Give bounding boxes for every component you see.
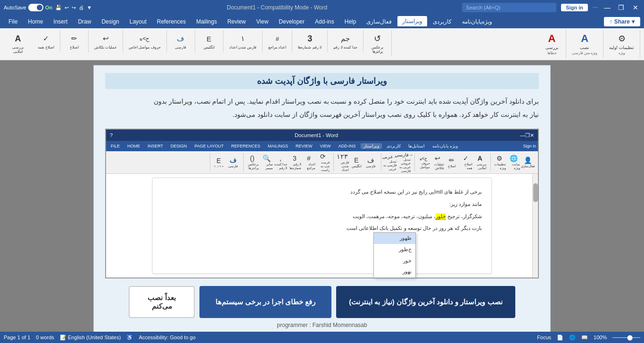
menu-virasstar[interactable]: ویراستار (397, 16, 427, 27)
inner-tab-karbardi[interactable]: کاربردی (384, 143, 404, 149)
menu-design[interactable]: Design (97, 16, 124, 27)
inner-btn-faalaz[interactable]: 👤 فعال‌سازی (521, 154, 534, 171)
ribbon-btn-farsi-num[interactable]: ١ فارس شدن اعداد (227, 32, 258, 50)
inner-btn-english2[interactable]: E انگلیس (350, 154, 363, 171)
inner-tab-styles[interactable]: استایل‌ها (405, 143, 428, 149)
inner-tab-view[interactable]: VIEW (317, 143, 334, 149)
ribbon-btn-amaliat[interactable]: ↩ عملیات بلکاش (92, 32, 119, 50)
inner-close-btn[interactable]: ✕ (530, 132, 534, 139)
inner-tab-review[interactable]: REVIEW (293, 143, 315, 149)
save-icon[interactable]: 💾 (55, 5, 62, 11)
autocorrect-item-1[interactable]: ح‌ظور (374, 244, 415, 255)
inner-tab-payannameh[interactable]: ویژه پایان‌نامه (429, 143, 461, 149)
search-input[interactable] (462, 3, 556, 12)
menu-file[interactable]: File (4, 16, 22, 27)
inner-btn-3[interactable]: 3 3 رقم شماره‌ها (288, 154, 301, 171)
inner-btn-english3[interactable]: E < > / . > (212, 154, 225, 171)
fix-button[interactable]: رفع خطای اجرا در برخی سیستم‌ها (199, 286, 331, 318)
menu-developer[interactable]: Developer (274, 16, 309, 27)
inner-btn-farsi3[interactable]: ف فارسی (226, 154, 239, 171)
inner-btn-add-arabic[interactable]: →عربی تبدیل فارسی به عربی (383, 154, 396, 171)
inner-btn-eslah2[interactable]: ✏ اصلاح (445, 154, 458, 171)
inner-btn-reverse2[interactable]: () برعکس پرانتزها (246, 154, 259, 171)
view-print-icon[interactable]: 📄 (557, 335, 563, 341)
menu-view[interactable]: View (252, 16, 273, 27)
inner-btn-site[interactable]: 🌐 سایت ویژه (507, 154, 520, 171)
autocorrect-item-0[interactable]: ظهور (374, 233, 415, 244)
inner-btn-hh2[interactable]: ح>ه حروف مواصل (417, 154, 430, 171)
signin-button[interactable]: Sign in (561, 4, 588, 11)
view-web-icon[interactable]: 🌐 (569, 335, 576, 341)
focus-btn[interactable]: Focus (537, 335, 551, 340)
inner-tab-file[interactable]: FILE (108, 143, 123, 149)
zoom-slider[interactable]: ────⬤── (612, 335, 640, 341)
menu-help[interactable]: Help (340, 16, 361, 27)
inner-tab-addins[interactable]: ADD-INS (336, 143, 359, 149)
inner-btn-amaliat2[interactable]: ↩ عملیات بلکاش (431, 154, 444, 171)
ribbon-btn-tanzim[interactable]: ⚙ تنظیمات اولیه ویژه (607, 32, 636, 56)
menu-references[interactable]: References (152, 16, 190, 27)
later-button[interactable]: بعداً نصب می‌کنم (129, 286, 195, 318)
install-button[interactable]: نصب ویراستار و دانلود آخرین واژگان (نیاز… (336, 286, 515, 318)
ribbon-btn-brresi2[interactable]: A بررسیاملایی (8, 32, 27, 55)
menu-icon[interactable]: ⋯ (593, 5, 598, 11)
inner-btn-add-farsi[interactable]: →فارسی تبدیل خروجی عربی به فارسی (397, 154, 411, 171)
ribbon-btn-farsiword[interactable]: ف فارسی (171, 32, 190, 50)
menu-mailings[interactable]: Mailings (191, 16, 222, 27)
inner-tab-mailings[interactable]: MAILINGS (265, 143, 291, 149)
inner-scrollbar[interactable] (532, 174, 538, 278)
inner-tab-design[interactable]: DESIGN (168, 143, 190, 149)
menu-insert[interactable]: Insert (49, 16, 72, 27)
minimize-button[interactable]: — (603, 3, 612, 12)
menu-karbardi[interactable]: کاربردی (428, 16, 456, 27)
inner-btn-farsi-num2[interactable]: ف فارسی (364, 154, 377, 171)
inner-btn-spell[interactable]: A بررسی املایی (473, 154, 487, 171)
ribbon-btn-mabzoo[interactable]: # اعداد مراجع (266, 32, 288, 50)
undo-icon[interactable]: ↩ (65, 5, 69, 11)
inner-tab-pagelayout[interactable]: PAGE LAYOUT (191, 143, 226, 149)
menu-faalaz[interactable]: فعال‌سازی (362, 16, 396, 27)
autosave-toggle[interactable] (28, 4, 43, 11)
inner-tab-home[interactable]: HOME (124, 143, 143, 149)
view-read-icon[interactable]: 📖 (581, 335, 588, 341)
print-icon[interactable]: 🖨 (79, 5, 84, 10)
menu-layout[interactable]: Layout (125, 16, 151, 27)
inner-btn-namayr[interactable]: 🔍 نمایر میمیر (260, 154, 273, 171)
inner-btn-eslah-all[interactable]: ✓ اصلاح همه (459, 154, 472, 171)
menu-review[interactable]: Review (223, 16, 250, 27)
ribbon-btn-english[interactable]: E انگلیس (199, 32, 218, 50)
inner-btn-settings[interactable]: ⚙ تنظیمات ویژه (493, 154, 506, 171)
menu-draw[interactable]: Draw (73, 16, 96, 27)
inner-restore-btn[interactable]: ❐ (525, 132, 530, 139)
ribbon-btn-eslah[interactable]: ✏ اصلاح (65, 32, 84, 50)
faalaz-label: فعال‌سازی (521, 164, 535, 168)
autocorrect-item-3[interactable]: نهور (374, 266, 415, 278)
menu-payannameh[interactable]: ویژه‌پایان‌نامه (457, 16, 497, 27)
jomle-label: جدا کننده 3 رقم (333, 45, 357, 49)
ribbon-btn-nasb[interactable]: A نصب ویژه متن فارسی (570, 32, 599, 56)
menu-home[interactable]: Home (23, 16, 48, 27)
share-button[interactable]: ↑ Share ▾ (604, 17, 640, 26)
inner-btn-jadda[interactable]: , جدا کننده 3 رقم (274, 154, 287, 171)
ribbon-btn-jomle[interactable]: جم جدا کننده 3 رقم (331, 32, 359, 50)
restore-button[interactable]: ❐ (617, 3, 626, 12)
ribbon-btn-hh[interactable]: ح>ه حروف مواصل اخاص (127, 32, 162, 50)
inner-btn-num-farsi[interactable]: ١٢٣ فارس شدن اعداد (336, 154, 349, 171)
inner-btn-addad[interactable]: # اعداد مراجع (302, 154, 315, 171)
inner-btn-jomle2[interactable]: ⟳ فرمت چپ به راست (316, 154, 330, 171)
inner-tab-virasstar[interactable]: ویراستار (361, 143, 382, 149)
inner-min-btn[interactable]: — (520, 132, 525, 138)
ribbon-btn-brresi[interactable]: A بررسی خطاها (543, 32, 561, 56)
close-button[interactable]: ✕ (631, 3, 640, 12)
autocorrect-item-2[interactable]: خور (374, 255, 415, 267)
ribbon-btn-3[interactable]: 3 3 رقم شماره‌ها (296, 32, 323, 50)
redo-icon[interactable]: ↪ (72, 5, 76, 11)
ribbon-btn-eslah-all[interactable]: ✓ اصلاح همه (36, 32, 56, 50)
inner-tab-references[interactable]: REFERENCES (229, 143, 264, 149)
tanzim-sublabel: ویژه (619, 51, 625, 55)
inner-tab-insert[interactable]: INSERT (145, 143, 166, 149)
menu-addins[interactable]: Add-ins (310, 16, 339, 27)
language-indicator[interactable]: 📝 English (United States) (60, 335, 121, 341)
more-icon[interactable]: ▼ (87, 5, 92, 10)
ribbon-btn-reverse[interactable]: ↺ برعکسپرانتزها (368, 32, 387, 55)
